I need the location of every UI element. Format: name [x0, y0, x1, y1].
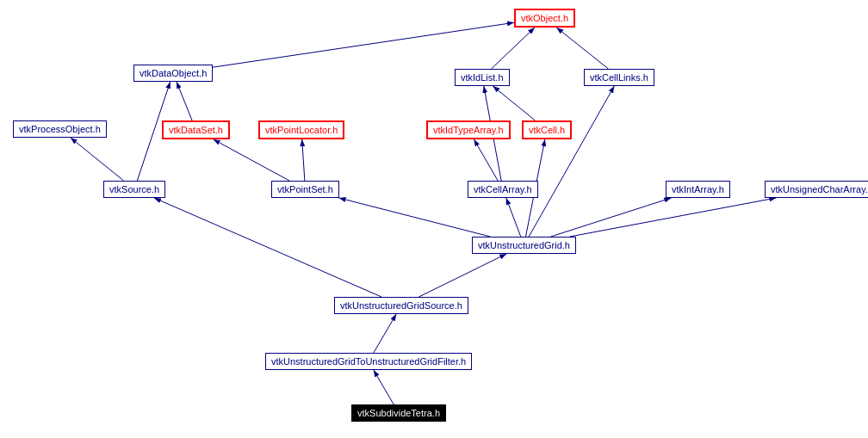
dependency-diagram: vtkObject.hvtkDataObject.hvtkIdList.hvtk…: [0, 0, 868, 438]
arrows-svg: [0, 0, 868, 438]
node-vtkUnstructuredGridFilter: vtkUnstructuredGridToUnstructuredGridFil…: [265, 353, 472, 370]
svg-line-21: [374, 370, 394, 404]
svg-line-7: [214, 139, 289, 181]
node-vtkIdTypeArray: vtkIdTypeArray.h: [426, 120, 511, 139]
svg-line-9: [474, 139, 498, 181]
svg-line-8: [302, 139, 305, 181]
node-vtkSubdivideTetra: vtkSubdivideTetra.h: [351, 404, 446, 422]
svg-line-19: [418, 254, 506, 297]
svg-line-20: [374, 314, 396, 353]
svg-line-18: [154, 198, 381, 297]
node-vtkSource: vtkSource.h: [103, 181, 165, 198]
node-vtkIdList: vtkIdList.h: [455, 69, 510, 86]
node-vtkIntArray: vtkIntArray.h: [666, 181, 730, 198]
svg-line-3: [556, 28, 608, 69]
node-vtkCellArray: vtkCellArray.h: [468, 181, 538, 198]
svg-line-14: [529, 86, 614, 237]
svg-line-13: [506, 198, 521, 237]
node-vtkUnstructuredGridSource: vtkUnstructuredGridSource.h: [334, 297, 468, 314]
node-vtkDataObject: vtkDataObject.h: [133, 65, 213, 82]
node-vtkObject: vtkObject.h: [514, 9, 575, 28]
svg-line-5: [71, 138, 124, 181]
node-vtkUnsignedCharArray: vtkUnsignedCharArray.h: [765, 181, 868, 198]
node-vtkProcessObject: vtkProcessObject.h: [13, 120, 107, 138]
node-vtkDataSet: vtkDataSet.h: [162, 120, 230, 139]
node-vtkPointLocator: vtkPointLocator.h: [258, 120, 344, 139]
svg-line-17: [570, 198, 777, 237]
node-vtkCell: vtkCell.h: [522, 120, 572, 139]
node-vtkPointSet: vtkPointSet.h: [271, 181, 339, 198]
node-vtkCellLinks: vtkCellLinks.h: [584, 69, 654, 86]
svg-line-4: [177, 82, 192, 120]
svg-line-1: [213, 22, 514, 67]
svg-line-11: [493, 86, 535, 120]
svg-line-16: [551, 198, 672, 237]
svg-line-12: [339, 198, 491, 237]
node-vtkUnstructuredGrid: vtkUnstructuredGrid.h: [472, 237, 576, 254]
svg-line-2: [492, 28, 535, 69]
